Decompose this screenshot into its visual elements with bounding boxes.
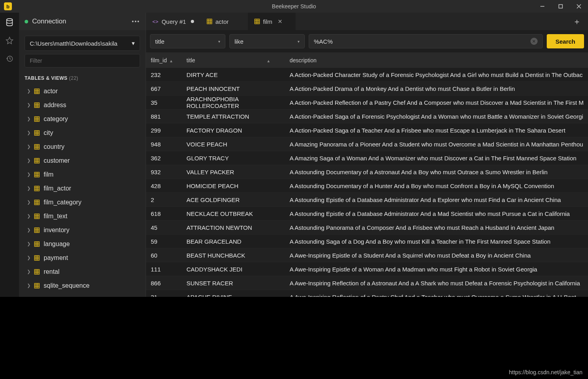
- cell-film-id: 428: [146, 183, 182, 189]
- column-header-film-id[interactable]: film_id▲: [146, 57, 182, 63]
- table-row[interactable]: 35ARACHNOPHOBIA ROLLERCOASTERA Action-Pa…: [146, 96, 588, 110]
- search-button[interactable]: Search: [547, 34, 584, 48]
- cell-description: A Action-Packed Reflection of a Pastry C…: [285, 99, 588, 106]
- caret-down-icon: ▾: [218, 39, 220, 44]
- connection-status-dot: [25, 20, 28, 23]
- close-tab-button[interactable]: ✕: [278, 18, 282, 25]
- table-icon: [34, 172, 40, 177]
- chevron-right-icon: ❯: [27, 214, 30, 219]
- cell-description: A Amazing Panorama of a Pioneer And a St…: [285, 141, 588, 148]
- table-item-film_category[interactable]: ❯film_category: [19, 195, 146, 209]
- table-filter-input[interactable]: [25, 54, 140, 67]
- cell-title: FACTORY DRAGON: [182, 127, 285, 134]
- column-select[interactable]: title ▾: [150, 34, 225, 48]
- svg-rect-26: [35, 144, 39, 149]
- cell-film-id: 618: [146, 210, 182, 217]
- database-selector[interactable]: C:\Users\matth\Downloads\sakila ▾: [25, 36, 140, 51]
- table-item-label: category: [44, 115, 68, 123]
- tables-views-header: TABLES & VIEWS (22): [19, 71, 146, 84]
- cell-film-id: 299: [146, 127, 182, 134]
- table-header: film_id▲ title▲ description: [146, 53, 588, 68]
- tab-film[interactable]: film✕: [248, 13, 296, 30]
- minimize-icon: [540, 4, 545, 9]
- table-row[interactable]: 111CADDYSHACK JEDIA Awe-Inspiring Epistl…: [146, 262, 588, 276]
- table-item-country[interactable]: ❯country: [19, 140, 146, 154]
- table-item-label: inventory: [44, 227, 69, 234]
- close-button[interactable]: [570, 0, 588, 13]
- table-row[interactable]: 362GLORY TRACYA Amazing Saga of a Woman …: [146, 151, 588, 165]
- table-item-payment[interactable]: ❯payment: [19, 251, 146, 265]
- cell-title: VOICE PEACH: [182, 141, 285, 148]
- table-item-customer[interactable]: ❯customer: [19, 154, 146, 167]
- table-item-city[interactable]: ❯city: [19, 126, 146, 140]
- cell-film-id: 866: [146, 280, 182, 287]
- cell-description: A Action-Packed Drama of a Monkey And a …: [285, 85, 588, 92]
- maximize-button[interactable]: [551, 0, 570, 13]
- table-item-language[interactable]: ❯language: [19, 237, 146, 251]
- history-nav-button[interactable]: [4, 53, 15, 64]
- table-item-film_actor[interactable]: ❯film_actor: [19, 181, 146, 195]
- clear-search-button[interactable]: ✕: [530, 38, 538, 45]
- table-item-actor[interactable]: ❯actor: [19, 84, 146, 98]
- table-row[interactable]: 866SUNSET RACERA Awe-Inspiring Reflectio…: [146, 276, 588, 290]
- watermark: https://blog.csdn.net/jake_tian: [509, 369, 582, 375]
- cell-description: A Astounding Epistle of a Database Admin…: [285, 210, 588, 217]
- data-table: film_id▲ title▲ description 232DIRTY ACE…: [146, 53, 588, 297]
- svg-rect-31: [35, 158, 39, 163]
- minimize-button[interactable]: [533, 0, 551, 13]
- table-icon: [34, 186, 40, 191]
- sort-icon: ▲: [267, 59, 271, 63]
- table-icon: [207, 19, 212, 24]
- cell-film-id: 31: [146, 294, 182, 297]
- table-row[interactable]: 299FACTORY DRAGONA Action-Packed Saga of…: [146, 123, 588, 137]
- table-row[interactable]: 232DIRTY ACEA Action-Packed Character St…: [146, 68, 588, 82]
- search-input[interactable]: [314, 38, 530, 45]
- operator-select[interactable]: like ▾: [229, 34, 305, 48]
- table-item-label: payment: [44, 254, 68, 262]
- svg-rect-81: [207, 19, 212, 24]
- connection-menu-button[interactable]: •••: [132, 18, 140, 25]
- table-item-rental[interactable]: ❯rental: [19, 265, 146, 279]
- chevron-right-icon: ❯: [27, 158, 30, 163]
- table-item-inventory[interactable]: ❯inventory: [19, 223, 146, 237]
- table-icon: [254, 19, 260, 24]
- column-header-description[interactable]: description: [285, 57, 588, 63]
- table-row[interactable]: 2ACE GOLDFINGERA Astounding Epistle of a…: [146, 193, 588, 207]
- table-row[interactable]: 60BEAST HUNCHBACKA Awe-Inspiring Epistle…: [146, 248, 588, 262]
- table-row[interactable]: 948VOICE PEACHA Amazing Panorama of a Pi…: [146, 137, 588, 151]
- table-row[interactable]: 59BEAR GRACELANDA Astounding Saga of a D…: [146, 235, 588, 248]
- table-item-film[interactable]: ❯film: [19, 167, 146, 181]
- table-row[interactable]: 932VALLEY PACKERA Astounding Documentary…: [146, 165, 588, 179]
- table-item-address[interactable]: ❯address: [19, 98, 146, 112]
- favorites-nav-button[interactable]: [4, 35, 15, 46]
- table-item-category[interactable]: ❯category: [19, 112, 146, 126]
- maximize-icon: [558, 4, 563, 9]
- svg-point-4: [7, 19, 13, 21]
- table-item-label: country: [44, 143, 64, 150]
- svg-rect-61: [35, 242, 39, 246]
- cell-title: ATTRACTION NEWTON: [182, 224, 285, 231]
- star-icon: [6, 37, 13, 44]
- table-row[interactable]: 667PEACH INNOCENTA Action-Packed Drama o…: [146, 82, 588, 96]
- new-tab-button[interactable]: ＋: [566, 13, 588, 30]
- table-item-film_text[interactable]: ❯film_text: [19, 209, 146, 223]
- tab-label: actor: [215, 18, 229, 25]
- cell-film-id: 59: [146, 238, 182, 245]
- chevron-right-icon: ❯: [27, 200, 30, 205]
- chevron-right-icon: ❯: [27, 102, 30, 108]
- database-nav-button[interactable]: [4, 17, 15, 28]
- tab-query-#1[interactable]: <>Query #1: [146, 13, 200, 30]
- cell-description: A Astounding Epistle of a Database Admin…: [285, 196, 588, 203]
- table-item-sqlite_sequence[interactable]: ❯sqlite_sequence: [19, 279, 146, 292]
- table-row[interactable]: 428HOMICIDE PEACHA Astounding Documentar…: [146, 179, 588, 193]
- cell-film-id: 362: [146, 155, 182, 162]
- cell-title: BEAST HUNCHBACK: [182, 252, 285, 259]
- tab-actor[interactable]: actor: [200, 13, 248, 30]
- table-row[interactable]: 31APACHE DIVINEA Awe-Inspiring Reflectio…: [146, 290, 588, 297]
- column-header-title[interactable]: title▲: [182, 57, 285, 63]
- table-filter[interactable]: [25, 54, 140, 67]
- table-row[interactable]: 45ATTRACTION NEWTONA Astounding Panorama…: [146, 221, 588, 235]
- table-row[interactable]: 618NECKLACE OUTBREAKA Astounding Epistle…: [146, 207, 588, 221]
- table-icon: [34, 116, 40, 122]
- table-row[interactable]: 881TEMPLE ATTRACTIONA Action-Packed Saga…: [146, 110, 588, 123]
